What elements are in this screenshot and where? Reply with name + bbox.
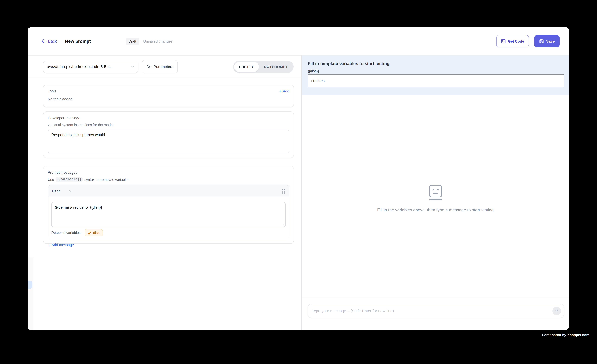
arrow-left-icon [42, 39, 46, 43]
hint-suffix: syntax for template variables [84, 177, 129, 182]
prompt-messages-card: Prompt messages Use {{variable}} syntax … [43, 166, 294, 244]
template-variables-section: Fill in template variables to start test… [302, 56, 569, 95]
user-message-input[interactable]: Give me a recipe for {{dish}} [51, 202, 286, 227]
plus-icon: + [48, 243, 50, 247]
edit-pencil-icon [88, 231, 92, 235]
template-variables-title: Fill in template variables to start test… [308, 61, 564, 66]
header: Back New prompt Draft Unsaved changes Ge… [28, 27, 569, 56]
unsaved-changes-note: Unsaved changes [143, 39, 173, 43]
chat-input-box [308, 304, 564, 318]
tools-empty-text: No tools added [48, 97, 289, 101]
developer-message-card: Developer message Optional system instru… [43, 111, 294, 158]
parameters-button[interactable]: Parameters [142, 60, 178, 73]
get-code-button[interactable]: Get Code [496, 35, 529, 47]
variable-syntax-hint: Use {{variable}} syntax for template var… [48, 177, 289, 182]
message-body: Give me a recipe for {{dish}} Detected v… [48, 197, 289, 239]
screenshot-canvas: Back New prompt Draft Unsaved changes Ge… [0, 0, 597, 364]
save-button[interactable]: Save [534, 35, 559, 47]
plus-icon: + [279, 89, 281, 93]
test-panel: Fill in template variables to start test… [301, 56, 569, 330]
back-button[interactable]: Back [42, 39, 57, 43]
robot-icon [429, 185, 442, 200]
view-toggle: PRETTY DOTPROMPT [233, 61, 294, 73]
nav-drawer-active-item[interactable] [28, 281, 32, 289]
message-role-bar: User [48, 185, 289, 197]
editor-panel: aws/anthropic/bedrock-claude-3-5-s... Pa… [28, 56, 301, 330]
save-label: Save [546, 39, 555, 43]
drag-handle-icon[interactable] [282, 189, 285, 193]
detected-variables-label: Detected variables: [51, 231, 82, 235]
developer-message-subtitle: Optional system instructions for the mod… [48, 123, 289, 127]
status-badge: Draft [126, 38, 139, 45]
gear-icon [147, 64, 151, 69]
role-select-value: User [52, 189, 60, 193]
terminal-icon [501, 39, 506, 43]
back-label: Back [48, 39, 57, 43]
chevron-down-icon [69, 190, 72, 192]
variable-value-input[interactable] [308, 74, 564, 87]
chat-footer [302, 298, 569, 330]
add-message-button[interactable]: + Add message [48, 243, 289, 247]
variable-badge-dish[interactable]: dish [85, 229, 103, 236]
chat-empty-state: Fill in the variables above, then type a… [302, 185, 569, 212]
editor-cards: Tools + Add No tools added Developer mes… [28, 78, 301, 244]
tools-title: Tools [48, 89, 56, 93]
add-tool-button[interactable]: + Add [279, 89, 289, 93]
role-select[interactable]: User [52, 189, 72, 193]
prompt-message-item: User Give me a recipe for {{dish}} Detec… [48, 185, 289, 239]
variable-name-label: {{dish}} [308, 69, 564, 73]
toggle-dotprompt[interactable]: DOTPROMPT [259, 61, 293, 72]
model-select[interactable]: aws/anthropic/bedrock-claude-3-5-s... [43, 61, 138, 73]
developer-message-title: Developer message [48, 116, 289, 120]
send-button[interactable] [552, 307, 561, 315]
app-window: Back New prompt Draft Unsaved changes Ge… [28, 27, 569, 330]
parameters-label: Parameters [154, 65, 173, 69]
detected-variables-row: Detected variables: dish [51, 229, 286, 236]
chevron-down-icon [131, 66, 134, 68]
tools-card: Tools + Add No tools added [43, 84, 294, 107]
arrow-up-icon [555, 309, 559, 313]
model-toolbar: aws/anthropic/bedrock-claude-3-5-s... Pa… [28, 56, 301, 78]
developer-message-input[interactable]: Respond as jack sparrow would [48, 129, 289, 153]
add-tool-label: Add [283, 89, 289, 93]
model-select-value: aws/anthropic/bedrock-claude-3-5-s... [47, 65, 131, 69]
toggle-pretty[interactable]: PRETTY [234, 61, 259, 72]
add-message-label: Add message [52, 243, 74, 247]
watermark: Screenshot by Xnapper.com [542, 333, 589, 337]
chat-empty-text: Fill in the variables above, then type a… [377, 207, 494, 212]
save-icon [539, 39, 544, 44]
hint-code: {{variable}} [56, 177, 83, 182]
nav-drawer-edge [28, 258, 33, 330]
chat-message-input[interactable] [312, 309, 552, 313]
prompt-messages-title: Prompt messages [48, 170, 289, 174]
page-title: New prompt [65, 39, 91, 44]
hint-prefix: Use [48, 177, 54, 182]
variable-badge-label: dish [93, 231, 100, 235]
get-code-label: Get Code [508, 39, 524, 43]
